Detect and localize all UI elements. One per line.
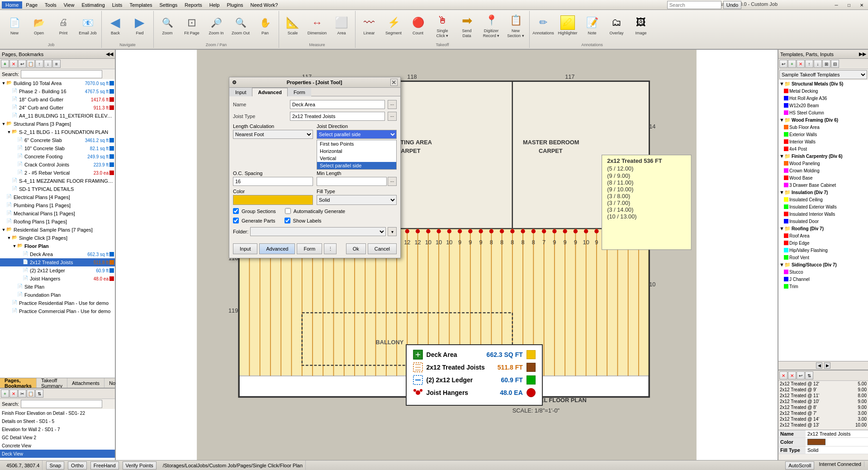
- input-tab-button[interactable]: Input: [233, 243, 257, 254]
- tree-item[interactable]: 📄18" Curb and Gutter1417.6 ft: [0, 95, 115, 104]
- right-tree-item[interactable]: Drip Edge: [778, 239, 868, 247]
- generate-parts-checkbox[interactable]: [233, 218, 239, 223]
- tree-item[interactable]: 📄24" Curb and Gutter911.3 ft: [0, 104, 115, 112]
- right-tree-item[interactable]: Hot Roll Angle A36: [778, 95, 868, 102]
- right-tree-item[interactable]: 3 Drawer Base Cabinet: [778, 181, 868, 189]
- tab-takeoff[interactable]: Takeoff Summary: [37, 378, 67, 388]
- tree-item[interactable]: 📄Practice Residential Plan - Use for dem…: [0, 299, 115, 307]
- tree-toggle[interactable]: [6, 97, 12, 102]
- maximize-button[interactable]: □: [843, 0, 855, 10]
- right-tree-item[interactable]: HS Steel Column: [778, 109, 868, 116]
- right-tree-item[interactable]: 4x4 Post: [778, 145, 868, 152]
- tree-item[interactable]: 📄Electrical Plans [4 Pages]: [0, 193, 115, 201]
- tree-item[interactable]: 📄S-4_11 MEZZANINE FLOOR FRAMING - BLDG 1…: [0, 177, 115, 185]
- tab-input[interactable]: Input: [229, 88, 252, 96]
- copy-button[interactable]: 📋: [27, 60, 35, 68]
- option-parallel[interactable]: Select parallel side: [317, 162, 396, 169]
- new-button[interactable]: 📄 New: [3, 12, 26, 39]
- zoomout-button[interactable]: 🔍 Zoom Out: [229, 12, 252, 39]
- right-tree-item[interactable]: ▼📁Roofing (Div 7): [778, 225, 868, 232]
- rb-refresh[interactable]: ↩: [797, 371, 805, 380]
- tree-item[interactable]: 📄(2) 2x12 Ledger60.9 ft: [0, 266, 115, 275]
- tree-item[interactable]: 📄2x12 Treated Joists511.8 ft: [0, 258, 115, 266]
- more-options-button[interactable]: ≡: [52, 60, 61, 68]
- right-tree-item[interactable]: W12x20 Beam: [778, 102, 868, 109]
- folder-options-button[interactable]: ▾: [388, 227, 397, 236]
- menu-item-estimating[interactable]: Estimating: [78, 1, 108, 9]
- fitpage-button[interactable]: ⊡ Fit Page: [180, 12, 204, 39]
- rb-add[interactable]: ✕: [779, 371, 787, 380]
- search-input[interactable]: [667, 1, 721, 9]
- tree-item[interactable]: 📄Practice Commercial Plan - Use for demo: [0, 307, 115, 315]
- remove-page-button[interactable]: ✕: [9, 60, 18, 68]
- min-length-options[interactable]: ···: [388, 177, 397, 186]
- linear-button[interactable]: 〰 Linear: [357, 12, 381, 39]
- overlay-button[interactable]: 🗂 Overlay: [605, 12, 628, 39]
- tree-toggle[interactable]: [6, 89, 12, 94]
- tree-toggle[interactable]: [12, 146, 17, 151]
- form-tab-button[interactable]: Form: [297, 243, 322, 254]
- menu-item-plugins[interactable]: Plugins: [223, 1, 247, 9]
- menu-item-need-work?[interactable]: Need Work?: [247, 1, 282, 9]
- pan-button[interactable]: ✋ Pan: [253, 12, 277, 39]
- rtoolbar-up[interactable]: ↑: [805, 60, 813, 68]
- tree-item[interactable]: 📄A4_11 BUILDING 11_EXTERIOR ELEVATIONS: [0, 112, 115, 120]
- tab-pages[interactable]: Pages, Bookmarks: [0, 378, 37, 388]
- menu-item-home[interactable]: Home: [2, 1, 22, 9]
- dialog-close-button[interactable]: ✕: [390, 79, 398, 86]
- rb-remove[interactable]: ✕: [788, 371, 796, 380]
- tree-item[interactable]: 📄Phase 2 - Building 164767.5 sq ft: [0, 87, 115, 95]
- menu-item-help[interactable]: Help: [206, 1, 223, 9]
- right-tree-item[interactable]: Roof Vent: [778, 254, 868, 261]
- right-tree-item[interactable]: Wood Base: [778, 174, 868, 181]
- tree-toggle[interactable]: [12, 284, 17, 290]
- tree-toggle[interactable]: [6, 113, 12, 119]
- undo-button[interactable]: Undo: [723, 1, 741, 9]
- tab-advanced[interactable]: Advanced: [252, 88, 288, 96]
- bottom-sort-button[interactable]: ⇅: [35, 389, 43, 398]
- email-button[interactable]: 📧 Email Job: [76, 12, 100, 39]
- right-tree-item[interactable]: Insulated Interior Walls: [778, 210, 868, 218]
- right-scroll-left[interactable]: ◀: [816, 362, 822, 369]
- blueprint-area[interactable]: KITCHEN STONE SITTING AREA CARPET MASTER…: [116, 50, 778, 460]
- tree-toggle[interactable]: [1, 195, 6, 200]
- print-button[interactable]: 🖨 Print: [52, 12, 75, 39]
- menu-item-templates[interactable]: Templates: [126, 1, 156, 9]
- option-horizontal[interactable]: Horizontal: [317, 147, 396, 155]
- tree-item[interactable]: 📄2 - #5 Rebar Vertical23.0 ea: [0, 169, 115, 177]
- group-sections-checkbox[interactable]: [233, 208, 239, 214]
- tree-toggle[interactable]: [1, 203, 6, 208]
- right-tree-item[interactable]: Roof Area: [778, 232, 868, 239]
- tree-toggle[interactable]: [6, 300, 12, 306]
- right-tree-item[interactable]: Crown Molding: [778, 167, 868, 174]
- tree-item[interactable]: ▼📂Single Click [3 Pages]: [0, 234, 115, 242]
- min-length-input[interactable]: [317, 177, 387, 186]
- right-tree-item[interactable]: ▼📁Wood Framing (Div 6): [778, 116, 868, 123]
- rtoolbar-add[interactable]: +: [788, 60, 796, 68]
- folder-select[interactable]: [250, 227, 386, 236]
- up-button[interactable]: ↑: [35, 60, 43, 68]
- bottom-cut-button[interactable]: ✂: [18, 389, 26, 398]
- count-button[interactable]: 🔴 Count: [406, 12, 430, 39]
- tree-toggle[interactable]: [6, 309, 12, 314]
- tree-toggle[interactable]: [17, 268, 23, 273]
- rb-sort[interactable]: ⇅: [805, 371, 813, 380]
- scale-button[interactable]: 📐 Scale: [281, 12, 304, 39]
- tree-item[interactable]: ▼📂S-2_11 BLDG - 11 FOUNDATION PLAN: [0, 128, 115, 136]
- tree-item[interactable]: 📄Roofing Plans [1 Pages]: [0, 218, 115, 226]
- joist-type-options-button[interactable]: ···: [388, 112, 397, 121]
- right-tree-item[interactable]: Metal Decking: [778, 87, 868, 95]
- digitize-button[interactable]: 📍 DigitizerRecord ▾: [479, 12, 503, 40]
- right-panel-collapse[interactable]: ▶▶: [859, 51, 866, 57]
- right-tree-item[interactable]: ▼📁Structural Metals (Div 5): [778, 80, 868, 87]
- tree-toggle[interactable]: [1, 211, 6, 216]
- open-button[interactable]: 📂 Open: [27, 12, 51, 39]
- right-tree-item[interactable]: Exterior Walls: [778, 131, 868, 138]
- bookmark-item[interactable]: Deck View: [0, 450, 115, 458]
- rtoolbar-remove[interactable]: ✕: [797, 60, 805, 68]
- bottom-search-input[interactable]: [21, 400, 102, 408]
- rtoolbar-refresh[interactable]: ↩: [779, 60, 787, 68]
- right-tree-item[interactable]: J Channel: [778, 275, 868, 283]
- tree-toggle[interactable]: [1, 219, 6, 224]
- tree-toggle[interactable]: ▼: [12, 243, 17, 249]
